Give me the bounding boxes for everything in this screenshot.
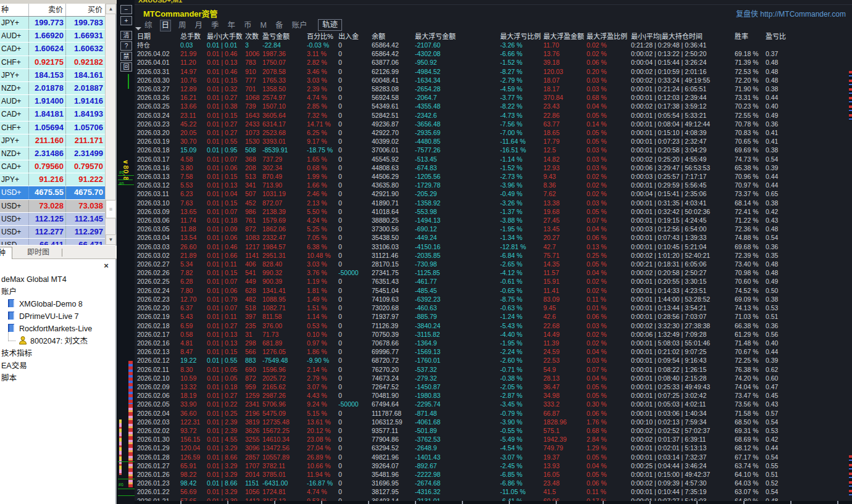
market-watch-row[interactable]: NZD+2.314862.31499 [0,147,105,160]
market-watch-scrollbar[interactable]: ▲ ≡ ▼ [105,4,115,245]
report-row[interactable]: 持仓0.030.01 | 0.013-22.84-0.03 %065864.42… [137,41,852,49]
report-row[interactable]: 2026.03.0221.890.01 | 0.6611412951.3110.… [137,251,852,260]
market-watch-row[interactable]: USD+112.125112.145 [0,213,105,226]
market-watch-row[interactable]: AUD+1.669201.66931 [0,30,105,43]
report-row[interactable]: 2026.01.28126.590.01 | 8.66285710557.892… [137,453,852,461]
report-row[interactable]: 2026.04.0111.200.01 | 0.137831750.072.82… [137,58,852,67]
report-row[interactable]: 2026.02.0533.900.01 | 0.2223415706.969.2… [137,400,852,408]
report-row[interactable]: 2026.01.2698.220.01 | 3.2920143785.0111.… [137,470,852,479]
report-row[interactable]: 2026.03.2423.110.01 | 0.1516433605.647.3… [137,111,852,120]
report-row[interactable]: 2026.03.107.630.01 | 0.15452872.072.13 %… [137,199,852,207]
nav-item-scripts[interactable]: 脚本 [0,373,115,385]
report-row[interactable]: 2026.03.137.580.01 | 0.15513870.491.99 %… [137,172,852,181]
report-row[interactable]: 2026.03.1930.700.01 | 0.5515303393.019.1… [137,137,852,146]
report-row[interactable]: 2026.02.164.810.01 | 0.13298681.890.97 %… [137,339,852,347]
report-row[interactable]: 2026.02.206.370.01 | 0.075181082.711.51 … [137,304,852,312]
market-watch-row[interactable]: CAD+1.841811.84193 [0,108,105,121]
scroll-up-icon[interactable]: ▲ [106,4,116,14]
market-watch-row[interactable]: JPY+91.21691.222 [0,173,105,186]
nav-item-login[interactable]: 8002047: 刘文杰 [0,336,115,348]
market-watch-row[interactable]: USD+4675.554675.70 [0,186,105,199]
tab-symbols[interactable]: 种 [0,247,12,259]
market-watch-row[interactable]: NZD+2.018782.01887 [0,82,105,95]
toolbar-item-summary[interactable]: 综 [143,20,154,31]
report-row[interactable]: 2026.02.195.430.01 | 0.11397811.581.14 %… [137,312,852,321]
report-row[interactable]: 2026.02.247.800.01 | 0.066281341.411.81 … [137,286,852,295]
report-row[interactable]: 2026.03.2020.050.01 | 0.2710732523.686.2… [137,128,852,137]
toolbar-item-currency[interactable]: 币 [243,20,253,31]
report-row[interactable]: 2026.02.1219.220.01 | 0.55883-7549.48-9.… [137,356,852,365]
report-row[interactable]: 2026.03.2513.660.01 | 0.387391507.102.85… [137,102,852,110]
report-row[interactable]: 2026.03.163.800.01 | 0.06208302.340.68 %… [137,163,852,172]
report-row[interactable]: 2026.03.174.580.01 | 0.07368737.291.65 %… [137,155,852,163]
market-watch-row[interactable]: USD+112.277112.297 [0,226,105,239]
minimize-button[interactable]: − [120,5,132,14]
market-watch-row[interactable]: USD+73.02873.038 [0,200,105,213]
market-watch-row[interactable]: CAD+1.606241.60632 [0,43,105,56]
report-row[interactable]: 2026.03.0413.540.01 | 0.0610832332.477.0… [137,233,852,242]
report-row[interactable]: 2026.01.2765.910.01 | 3.2917073782.1110.… [137,461,852,470]
market-watch-row[interactable]: USD66.41166.471 [0,239,105,245]
report-row[interactable]: 2026.01.29120.040.01 | 3.29309613472.562… [137,444,852,452]
market-watch-row[interactable]: CHF+0.921750.92182 [0,56,105,69]
move-button[interactable]: + [120,16,132,25]
toolbar-item-monthly[interactable]: 月 [194,20,204,31]
tracks-button[interactable]: 轨迹 [318,19,342,31]
window-button[interactable]: 回 [120,62,132,72]
toolbar-item-daily[interactable]: 日 [160,20,172,31]
market-watch-row[interactable]: JPY+184.153184.161 [0,69,105,82]
report-row[interactable]: 2026.03.0913.650.01 | 0.079862138.395.50… [137,207,852,216]
nav-item-account[interactable]: RockfortMarkets-Live [0,323,115,336]
report-row[interactable]: 2026.03.2616.210.01 | 0.2710682574.974.7… [137,93,852,102]
report-row[interactable]: 2026.03.3010.760.01 | 0.157771765.333.03… [137,76,852,85]
toolbar-item-weekly[interactable]: 周 [177,20,188,31]
report-row[interactable]: 2026.03.116.230.01 | 0.045071031.192.46 … [137,189,852,198]
report-row[interactable]: 2026.02.118.300.01 | 0.056901596.962.14 … [137,365,852,374]
nav-item-root[interactable]: deMax Global MT4 [0,274,115,286]
report-row[interactable]: 2026.02.0913.320.01 | 0.189592165.623.07… [137,382,852,391]
report-row[interactable]: 2026.01.30156.150.01 | 4.55325514610.342… [137,435,852,444]
scrollbar-thumb[interactable]: ≡ [106,200,116,218]
toolbar-item-account[interactable]: 账户 [291,20,309,31]
report-row[interactable]: 2026.02.0436.600.01 | 0.2521965475.095.1… [137,409,852,418]
market-watch-row[interactable]: AUD+1.914001.91416 [0,95,105,108]
report-row[interactable]: 2026.03.1815.090.01 | 0.95508-8539.91-18… [137,146,852,154]
report-row[interactable]: 2026.03.3114.970.01 | 0.469102078.583.46… [137,67,852,76]
report-row[interactable]: 2026.02.186.590.01 | 0.27235376.000.53 %… [137,321,852,330]
tab-tick-chart[interactable]: 即时图 [21,247,56,259]
report-row[interactable]: 2026.02.267.820.01 | 0.15541990.323.76 %… [137,268,852,277]
report-row[interactable]: 2026.02.0293.720.01 | 2.39362615672.2520… [137,426,852,435]
clear-button[interactable]: 清 [120,31,132,40]
brand-link[interactable]: 复盘侠 http://MTCommander.com [736,8,846,19]
report-row[interactable]: 2026.02.256.280.01 | 0.07449900.391.19 %… [137,277,852,286]
nav-item-indicators[interactable]: 技术指标 [0,348,115,360]
report-row[interactable]: 2026.02.1010.590.01 | 0.058722025.722.79… [137,374,852,382]
report-row[interactable]: 2026.01.2398.420.01 | 8.661151-6431.00-1… [137,479,852,487]
nav-item-account[interactable]: DPrimeVU-Live 7 [0,311,115,323]
report-row[interactable]: 2026.04.0221.990.01 | 0.4610061987.363.1… [137,49,852,58]
report-row[interactable]: 2026.03.2345.220.01 | 0.2724336314.1714.… [137,120,852,128]
report-row[interactable]: 2026.02.03122.310.01 | 2.39381912735.481… [137,418,852,426]
disable-button[interactable]: 禁 [120,52,132,61]
market-watch-row[interactable]: JPY+211.160211.171 [0,134,105,147]
report-row[interactable]: 2026.02.2312.700.01 | 0.794821088.951.49… [137,295,852,304]
toolbar-item-magic[interactable]: M [259,20,268,31]
report-row[interactable]: 2026.02.170.580.01 | 0.133171.730.10 %07… [137,330,852,339]
market-watch-row[interactable]: JPY+199.773199.783 [0,17,105,30]
help-button[interactable]: ? [120,41,132,51]
report-row[interactable]: 2026.03.0326.600.01 | 0.4612171984.576.3… [137,242,852,251]
report-row[interactable]: 2026.02.275.340.01 | 0.11406828.403.03 %… [137,260,852,268]
market-watch-row[interactable]: CAD+0.795600.79570 [0,160,105,173]
report-row[interactable]: 2026.01.2256.690.01 | 3.2910561724.814.7… [137,487,852,496]
report-row[interactable]: 2026.02.0618.190.01 | 0.2712592987.264.4… [137,391,852,400]
report-row[interactable]: 2026.03.0511.880.01 | 0.098721862.065.25… [137,225,852,233]
report-row[interactable]: 2026.02.138.470.01 | 0.155661276.051.86 … [137,347,852,356]
toolbar-item-notes[interactable]: 备 [274,20,285,31]
report-row[interactable]: 2026.03.125.530.01 | 0.13341713.901.66 %… [137,181,852,189]
toolbar-item-yearly[interactable]: 年 [227,20,237,31]
market-watch-row[interactable]: CHF+1.056941.05706 [0,122,105,134]
toolbar-item-quarter[interactable]: 季 [210,20,220,31]
nav-item-account[interactable]: XMGlobal-Demo 8 [0,299,115,311]
report-row[interactable]: 2026.03.2712.890.01 | 0.327011358.502.39… [137,85,852,93]
report-row[interactable]: 2026.03.0611.740.01 | 0.187611579.694.24… [137,216,852,225]
